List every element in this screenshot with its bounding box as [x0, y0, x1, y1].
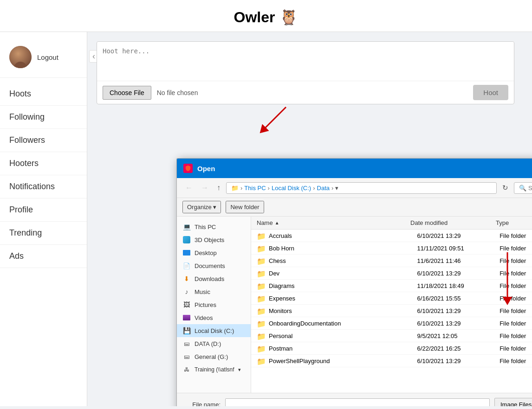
sidebar-item-hooters[interactable]: Hooters	[0, 152, 87, 175]
sidebar-item-notifications[interactable]: Notifications	[0, 175, 87, 198]
nav-label-pictures: Pictures	[195, 301, 216, 308]
search-input[interactable]	[528, 185, 532, 192]
file-row-postman[interactable]: 📁 Postman 6/22/2021 16:25 File folder	[251, 342, 532, 355]
file-row-bobhorn[interactable]: 📁 Bob Horn 11/11/2021 09:51 File folder	[251, 242, 532, 255]
refresh-button[interactable]: ↻	[500, 182, 511, 194]
file-date-diagrams: 11/18/2021 18:49	[417, 282, 500, 289]
avatar-image	[9, 46, 32, 68]
nav-label-desktop: Desktop	[195, 249, 217, 256]
hoot-compose-box: Choose File No file chosen Hoot	[97, 41, 514, 104]
dialog-toolbar: ← → ↑ 📁 › This PC › Local Disk (C:) › Da…	[177, 178, 532, 198]
file-type-onboarding: File folder	[500, 320, 532, 327]
nav-item-3dobjects[interactable]: 3D Objects	[177, 233, 251, 246]
filetype-select[interactable]: Image Files (*.tiff;*.pjp;*.jif;*.bm	[494, 398, 532, 406]
folder-icon: 📁	[257, 282, 265, 289]
breadcrumb-thispc[interactable]: This PC	[244, 185, 266, 192]
file-name-accruals: Accruals	[269, 232, 417, 239]
breadcrumb-dropdown[interactable]: ▾	[335, 185, 338, 192]
nav-label-documents: Documents	[195, 262, 225, 269]
hoot-textarea[interactable]	[97, 42, 514, 79]
pictures-icon: 🖼	[182, 301, 191, 308]
breadcrumb-localdisk[interactable]: Local Disk (C:)	[272, 185, 311, 192]
file-row-diagrams[interactable]: 📁 Diagrams 11/18/2021 18:49 File folder	[251, 280, 532, 292]
file-date-monitors: 6/10/2021 13:29	[417, 307, 500, 314]
sidebar-item-following[interactable]: Following	[0, 106, 87, 129]
nav-item-generalg[interactable]: 🖴 General (G:)	[177, 350, 251, 363]
nav-item-localdisk[interactable]: 💾 Local Disk (C:)	[177, 324, 251, 337]
file-date-chess: 11/6/2021 11:46	[417, 257, 500, 264]
breadcrumb-sep2: ›	[313, 185, 315, 192]
logout-button[interactable]: Logout	[37, 53, 58, 61]
choose-file-button[interactable]: Choose File	[103, 86, 151, 100]
nav-item-downloads[interactable]: ⬇ Downloads	[177, 272, 251, 285]
owl-icon: 🦉	[279, 8, 298, 26]
filename-input[interactable]	[225, 398, 490, 406]
avatar	[9, 46, 32, 68]
file-row-accruals[interactable]: 📁 Accruals 6/10/2021 13:29 File folder	[251, 230, 532, 242]
file-row-monitors[interactable]: 📁 Monitors 6/10/2021 13:29 File folder	[251, 305, 532, 317]
folder-icon: 📁	[257, 332, 265, 339]
main-layout: Logout Hoots Following Followers Hooters…	[0, 32, 532, 406]
file-date-expenses: 6/16/2021 15:55	[417, 295, 500, 302]
file-row-chess[interactable]: 📁 Chess 11/6/2021 11:46 File folder	[251, 255, 532, 267]
file-type-dev: File folder	[500, 270, 532, 277]
file-date-personal: 9/5/2021 12:05	[417, 332, 500, 339]
file-type-diagrams: File folder	[500, 282, 532, 289]
localdisk-icon: 💾	[182, 327, 191, 334]
back-button[interactable]: ←	[182, 182, 195, 194]
nav-item-thispc[interactable]: 💻 This PC	[177, 220, 251, 233]
nav-chevron-training: ▾	[238, 367, 241, 373]
desktop-icon	[182, 249, 191, 256]
hoot-submit-button[interactable]: Hoot	[473, 85, 508, 100]
file-type-postman: File folder	[500, 345, 532, 352]
main-content: Choose File No file chosen Hoot	[87, 32, 532, 406]
sidebar-item-trending[interactable]: Trending	[0, 222, 87, 245]
file-date-powershell: 6/10/2021 13:29	[417, 358, 500, 364]
folder-icon: 📁	[257, 307, 265, 314]
breadcrumb-sep0: ›	[240, 185, 242, 192]
nav-item-videos[interactable]: Videos	[177, 311, 251, 324]
file-row-onboarding[interactable]: 📁 OnboardingDocumentation 6/10/2021 13:2…	[251, 317, 532, 330]
breadcrumb-sep3: ›	[331, 185, 333, 192]
sidebar-user: Logout	[0, 41, 87, 78]
file-listing: Name ▲ Date modified Type Size	[251, 217, 532, 393]
nav-label-music: Music	[195, 288, 210, 295]
sidebar-item-followers[interactable]: Followers	[0, 129, 87, 152]
nav-label-datad: DATA (D:)	[195, 340, 221, 347]
up-button[interactable]: ↑	[214, 182, 223, 194]
file-row-personal[interactable]: 📁 Personal 9/5/2021 12:05 File folder	[251, 330, 532, 342]
app-header: Owler 🦉	[0, 0, 532, 32]
col-header-date[interactable]: Date modified	[410, 219, 496, 226]
organize-button[interactable]: Organize	[182, 201, 221, 213]
new-folder-button[interactable]: New folder	[226, 201, 264, 213]
file-name-diagrams: Diagrams	[269, 282, 417, 289]
nav-item-pictures[interactable]: 🖼 Pictures	[177, 298, 251, 311]
breadcrumb-data[interactable]: Data	[317, 185, 330, 192]
folder-icon: 📁	[257, 257, 265, 264]
generalg-icon: 🖴	[182, 353, 191, 360]
arrow-choose-file-indicator	[253, 102, 291, 141]
file-row-dev[interactable]: 📁 Dev 6/10/2021 13:29 File folder	[251, 267, 532, 280]
file-type-personal: File folder	[500, 332, 532, 339]
file-date-bobhorn: 11/11/2021 09:51	[417, 245, 500, 252]
sidebar-item-profile[interactable]: Profile	[0, 198, 87, 222]
sidebar-item-ads[interactable]: Ads	[0, 245, 87, 268]
dialog-title: Open	[197, 165, 532, 173]
col-header-name[interactable]: Name ▲	[257, 219, 410, 226]
file-name-powershell: PowerShellPlayground	[269, 358, 417, 364]
nav-item-music[interactable]: ♪ Music	[177, 285, 251, 298]
file-name-monitors: Monitors	[269, 307, 417, 314]
nav-item-training[interactable]: 🖧 Training (\\atlsnf ▾	[177, 363, 251, 376]
sidebar-item-hoots[interactable]: Hoots	[0, 83, 87, 106]
file-name-postman: Postman	[269, 345, 417, 352]
file-row-powershell[interactable]: 📁 PowerShellPlayground 6/10/2021 13:29 F…	[251, 355, 532, 367]
file-row-expenses[interactable]: 📁 Expenses 6/16/2021 15:55 File folder	[251, 292, 532, 305]
sidebar: Logout Hoots Following Followers Hooters…	[0, 32, 87, 406]
col-header-type[interactable]: Type	[496, 219, 532, 226]
forward-button[interactable]: →	[198, 182, 211, 194]
file-date-accruals: 6/10/2021 13:29	[417, 232, 500, 239]
nav-label-training: Training (\\atlsnf	[195, 366, 234, 373]
nav-item-datad[interactable]: 🖴 DATA (D:)	[177, 337, 251, 350]
nav-item-documents[interactable]: 📄 Documents	[177, 259, 251, 272]
nav-item-desktop[interactable]: Desktop	[177, 246, 251, 259]
